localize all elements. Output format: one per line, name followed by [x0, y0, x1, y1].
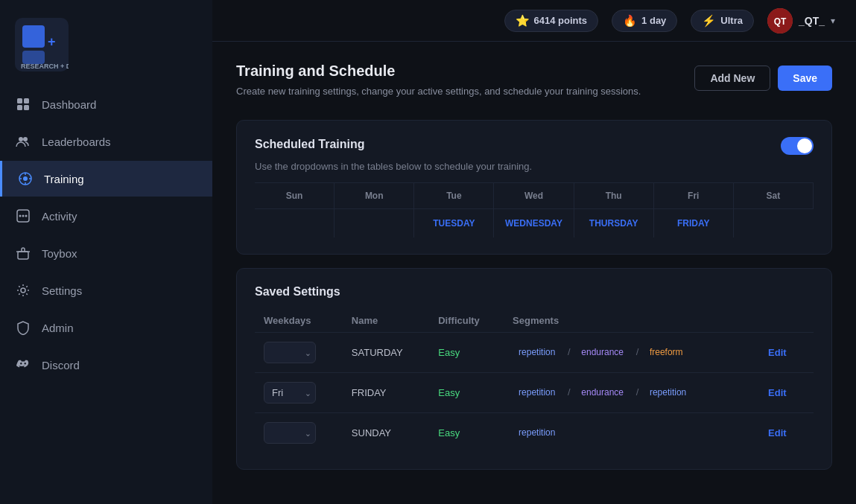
row-difficulty-friday: Easy — [429, 372, 504, 412]
sidebar-item-activity[interactable]: Activity — [0, 198, 212, 234]
day-header-mon: Mon — [335, 183, 414, 208]
saved-settings-card: Saved Settings Weekdays Name Difficulty … — [236, 268, 832, 470]
weekday-select-cell-friday: Sun Mon Tue Wed Thu Fri Sat — [255, 372, 343, 412]
day-header-sat: Sat — [734, 183, 814, 208]
row-segments-sunday: repetition — [504, 412, 753, 453]
weekday-select[interactable]: Sun Mon Tue Wed Thu Fri Sat — [264, 342, 316, 363]
sidebar-item-label-admin: Admin — [42, 322, 74, 334]
day-cell-tue: TUESDAY — [414, 208, 494, 237]
plan-badge: ⚡ Ultra — [691, 10, 754, 32]
add-new-button[interactable]: Add New — [694, 66, 770, 91]
weekday-select-friday[interactable]: Sun Mon Tue Wed Thu Fri Sat — [264, 382, 316, 403]
shield-icon — [15, 319, 31, 336]
table-row: Sun Mon Tue Wed Thu Fri Sat — [255, 372, 814, 412]
svg-rect-21 — [18, 252, 28, 259]
day-cell-sat — [734, 208, 814, 237]
segment-repetition-sunday: repetition — [513, 426, 561, 439]
svg-rect-6 — [24, 98, 29, 103]
sidebar-logo: + RESEARCH + DESIRE — [0, 0, 212, 86]
day-cell-sun — [255, 208, 335, 237]
svg-point-22 — [21, 288, 25, 293]
main-content: ⭐ 6414 points 🔥 1 day ⚡ Ultra QT _QT_ ▾ — [212, 0, 856, 504]
logo-image: + RESEARCH + DESIRE — [15, 18, 69, 71]
streak-label: 1 day — [641, 15, 666, 26]
page-title: Training and Schedule — [236, 63, 641, 80]
sidebar-item-label-settings: Settings — [42, 284, 82, 297]
toggle-knob — [797, 138, 812, 153]
sidebar-item-label-leaderboards: Leaderboards — [42, 135, 111, 148]
save-button[interactable]: Save — [778, 66, 832, 91]
svg-point-10 — [23, 137, 28, 141]
page-description: Create new training settings, change you… — [236, 84, 641, 99]
weekday-select-cell-sunday: Sun Mon Tue Wed Thu Fri Sat — [255, 412, 343, 453]
grid-icon — [15, 96, 31, 112]
svg-point-19 — [22, 215, 25, 217]
seg-slash: / — [568, 386, 571, 398]
days-schedule-table: Sun Mon Tue Wed Thu Fri Sat TUESDAY WEDN… — [255, 182, 814, 237]
activity-icon — [15, 208, 31, 224]
row-action-saturday: Edit — [753, 332, 814, 372]
select-wrapper-friday: Sun Mon Tue Wed Thu Fri Sat — [264, 382, 316, 403]
chevron-down-icon: ▾ — [831, 16, 835, 26]
weekday-select-sunday[interactable]: Sun Mon Tue Wed Thu Fri Sat — [264, 422, 316, 444]
row-name-sunday: SUNDAY — [343, 412, 429, 453]
day-cell-fri: FRIDAY — [654, 208, 734, 237]
row-segments-friday: repetition / endurance / repetition — [504, 372, 753, 412]
row-action-sunday: Edit — [753, 412, 814, 453]
day-cell-wed: WEDNESDAY — [494, 208, 574, 237]
segment-repetition-2: repetition — [644, 386, 692, 399]
sidebar-item-label-discord: Discord — [42, 359, 80, 371]
points-badge: ⭐ 6414 points — [504, 10, 599, 32]
sidebar-item-discord[interactable]: Discord — [0, 347, 212, 383]
table-row: Sun Mon Tue Wed Thu Fri Sat — [255, 412, 814, 453]
seg-slash: / — [636, 346, 639, 357]
points-label: 6414 points — [534, 15, 588, 26]
scheduled-training-desc: Use the dropdowns in the tables below to… — [255, 161, 814, 172]
sidebar-navigation: Dashboard Leaderboards — [0, 86, 212, 383]
scheduled-training-toggle[interactable] — [781, 137, 814, 155]
sidebar-item-leaderboards[interactable]: Leaderboards — [0, 124, 212, 159]
sidebar-item-label-dashboard: Dashboard — [42, 98, 96, 111]
scheduled-training-title: Scheduled Training — [255, 138, 365, 151]
user-section[interactable]: QT _QT_ ▾ — [767, 8, 835, 34]
sidebar: + RESEARCH + DESIRE Dashboard — [0, 0, 212, 504]
day-cell-thu: THURSDAY — [574, 208, 654, 237]
col-header-name: Name — [343, 309, 429, 333]
scheduled-training-header: Scheduled Training — [255, 137, 814, 155]
select-wrapper-sunday: Sun Mon Tue Wed Thu Fri Sat — [264, 422, 316, 444]
segment-repetition: repetition — [513, 345, 561, 359]
avatar: QT — [767, 8, 793, 34]
day-header-wed: Wed — [494, 183, 574, 208]
edit-button-saturday[interactable]: Edit — [762, 344, 793, 361]
svg-text:QT: QT — [774, 16, 787, 27]
select-wrapper: Sun Mon Tue Wed Thu Fri Sat — [264, 342, 316, 363]
users-icon — [15, 133, 31, 150]
day-header-sun: Sun — [255, 183, 335, 208]
page-outer: Training and Schedule Create new trainin… — [236, 63, 832, 470]
sidebar-item-settings[interactable]: Settings — [0, 272, 212, 308]
svg-point-18 — [19, 215, 22, 217]
col-header-segments: Segments — [504, 309, 753, 333]
edit-button-sunday[interactable]: Edit — [762, 424, 793, 441]
seg-slash: / — [636, 386, 639, 398]
segment-endurance: endurance — [575, 345, 630, 359]
sidebar-item-training[interactable]: Training — [0, 161, 212, 197]
sidebar-item-label-activity: Activity — [42, 210, 77, 223]
day-header-thu: Thu — [574, 183, 654, 208]
saved-settings-table: Weekdays Name Difficulty Segments — [255, 309, 814, 453]
row-difficulty-saturday: Easy — [429, 332, 504, 372]
segment-repetition: repetition — [513, 386, 561, 399]
day-header-fri: Fri — [654, 183, 734, 208]
sidebar-item-dashboard[interactable]: Dashboard — [0, 86, 212, 122]
col-header-weekdays: Weekdays — [255, 309, 343, 333]
username-label: _QT_ — [799, 15, 825, 27]
sidebar-item-admin[interactable]: Admin — [0, 310, 212, 345]
row-action-friday: Edit — [753, 372, 814, 412]
saved-settings-title: Saved Settings — [255, 285, 814, 299]
box-icon — [15, 245, 31, 261]
edit-button-friday[interactable]: Edit — [762, 384, 793, 401]
svg-rect-8 — [24, 105, 29, 110]
seg-slash: / — [568, 346, 571, 357]
sidebar-item-toybox[interactable]: Toybox — [0, 235, 212, 271]
streak-badge: 🔥 1 day — [612, 10, 677, 32]
